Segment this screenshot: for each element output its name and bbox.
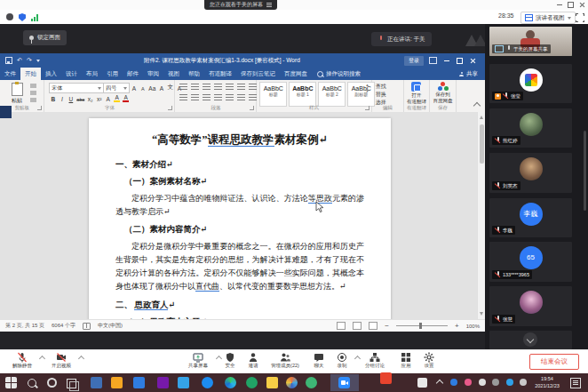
tell-me-search[interactable]: 操作说明搜索	[317, 70, 361, 78]
tray-shield-icon[interactable]	[506, 379, 513, 386]
tab-review[interactable]: 审阅	[143, 68, 163, 80]
edge-browser-icon[interactable]	[225, 377, 236, 388]
dialog-launcher-icon[interactable]	[250, 106, 254, 110]
justify-icon[interactable]	[214, 94, 222, 101]
chat-app-icon[interactable]	[306, 377, 317, 388]
meeting-info-icon[interactable]	[6, 13, 13, 20]
dialog-launcher-icon[interactable]	[365, 106, 369, 110]
video-options-caret[interactable]	[78, 356, 84, 362]
participant-tile-video[interactable]: 于美的屏幕共享	[489, 27, 572, 56]
green-app-icon[interactable]	[246, 377, 258, 388]
web-layout-icon[interactable]	[369, 322, 377, 330]
grow-font-button[interactable]: A	[131, 85, 137, 92]
pin-view-button[interactable]: 锁定画面	[23, 30, 67, 45]
change-case-button[interactable]: Aa	[148, 85, 155, 92]
find-button[interactable]: 查找	[376, 83, 386, 91]
underline-button[interactable]: U	[68, 96, 74, 102]
zoom-slider[interactable]	[396, 325, 448, 326]
dialog-launcher-icon[interactable]	[37, 106, 42, 110]
blue-app-icon[interactable]	[133, 377, 145, 388]
redo-icon[interactable]: ↷	[27, 57, 32, 64]
collapse-ribbon-icon[interactable]	[473, 102, 481, 109]
font-color-button[interactable]: A	[123, 94, 129, 102]
format-painter-icon[interactable]	[30, 98, 36, 102]
menu-icon[interactable]	[266, 3, 272, 7]
action-center-icon[interactable]	[570, 378, 581, 388]
paste-button[interactable]: 粘贴	[7, 83, 27, 105]
align-left-icon[interactable]	[179, 94, 187, 101]
tray-blue-icon[interactable]	[450, 379, 457, 386]
participant-tile[interactable]: 张慧	[489, 286, 572, 326]
align-center-icon[interactable]	[191, 94, 199, 101]
align-right-icon[interactable]	[203, 94, 211, 101]
apps-button[interactable]: 应用	[396, 352, 416, 369]
replace-button[interactable]: 替换	[376, 91, 386, 99]
line-spacing-icon[interactable]	[226, 94, 234, 101]
view-mode-button[interactable]: 演讲者视图	[520, 12, 576, 24]
tab-youdao[interactable]: 有道翻译	[204, 68, 236, 80]
zoom-in-icon[interactable]: +	[455, 323, 459, 329]
record-button[interactable]: 录制	[332, 352, 352, 369]
tray-pink-icon[interactable]	[465, 379, 472, 386]
numbering-icon[interactable]	[191, 84, 199, 91]
multilevel-list-icon[interactable]	[203, 84, 211, 91]
style-chip-heading1[interactable]: AaBbC 标题 1	[289, 82, 316, 107]
manage-members-button[interactable]: 管理成员(22)	[266, 352, 304, 369]
sidebar-scrollbar[interactable]	[584, 131, 586, 211]
tray-ime-icon[interactable]	[417, 378, 427, 388]
superscript-button[interactable]: x²	[96, 96, 102, 102]
open-youdao-button[interactable]: 打开 有道翻译	[404, 82, 429, 105]
scroll-down-icon[interactable]	[480, 312, 483, 316]
participant-tile[interactable]: 熊红婷	[489, 108, 572, 148]
cut-icon[interactable]	[30, 84, 36, 88]
tab-mailings[interactable]: 邮件	[123, 68, 143, 80]
doc-scrollbar[interactable]	[477, 112, 485, 319]
style-chip-title[interactable]: AaBbC 标题	[259, 82, 287, 107]
sort-icon[interactable]	[237, 84, 245, 91]
bold-button[interactable]: B	[50, 96, 56, 102]
save-to-baidu-button[interactable]: 保存到 百度网盘	[430, 82, 457, 104]
minimize-icon[interactable]	[557, 4, 562, 5]
cloud-app-icon[interactable]	[178, 377, 189, 388]
start-video-button[interactable]: 开启视频	[46, 352, 76, 369]
tab-file[interactable]: 文件	[0, 68, 20, 80]
zoom-out-icon[interactable]: −	[385, 323, 389, 329]
font-name-combo[interactable]: 宋体	[49, 83, 104, 93]
document-page[interactable]: “高等数学”课程思政教学素材案例↵ 一、素材介绍↵ （一）案例素材名称↵ 定积分…	[89, 118, 391, 319]
copy-icon[interactable]	[30, 91, 36, 95]
borders-icon[interactable]	[249, 94, 257, 101]
wps-app-icon[interactable]	[111, 377, 123, 388]
s-app-icon[interactable]	[380, 372, 392, 384]
taskbar-clock[interactable]: 19:54 2021/12/23	[531, 376, 563, 389]
text-effects-button[interactable]: A	[105, 96, 111, 102]
show-marks-icon[interactable]	[249, 84, 257, 91]
participant-tile[interactable]: 张莹	[489, 64, 572, 103]
word-count[interactable]: 6064 个字	[52, 322, 75, 330]
undo-icon[interactable]: ↶	[17, 57, 22, 64]
maximize-icon[interactable]	[568, 2, 574, 8]
style-chip-heading2[interactable]: AaBbC 标题 2	[318, 82, 346, 107]
close-icon[interactable]	[579, 2, 585, 8]
decrease-indent-icon[interactable]	[214, 84, 222, 91]
scroll-up-icon[interactable]	[480, 116, 483, 119]
calculator-app-icon[interactable]	[91, 377, 102, 388]
unmute-button[interactable]: 解除静音	[7, 352, 37, 369]
quark-browser-icon[interactable]	[202, 377, 213, 388]
strikethrough-button[interactable]: abc	[76, 97, 84, 102]
tab-view[interactable]: 视图	[163, 68, 184, 80]
mute-options-caret[interactable]	[39, 356, 45, 362]
security-button[interactable]: 安全	[220, 352, 240, 369]
clear-format-button[interactable]: A	[158, 85, 164, 92]
zoom-level[interactable]: 100%	[466, 324, 480, 329]
signin-button[interactable]: 登录	[404, 56, 424, 66]
scrollbar-thumb[interactable]	[480, 124, 484, 164]
tab-baidupan[interactable]: 百度网盘	[280, 68, 312, 80]
fullscreen-icon[interactable]	[576, 13, 584, 22]
participant-tile[interactable]: 65 133****3965	[489, 242, 572, 282]
participant-tile[interactable]: 李巍 李巍	[489, 198, 572, 237]
tab-help[interactable]: 帮助	[184, 68, 204, 80]
tab-home[interactable]: 开始	[20, 68, 41, 80]
voov-meeting-icon[interactable]	[338, 377, 350, 388]
tab-references[interactable]: 引用	[102, 68, 123, 80]
start-button[interactable]	[5, 377, 17, 388]
